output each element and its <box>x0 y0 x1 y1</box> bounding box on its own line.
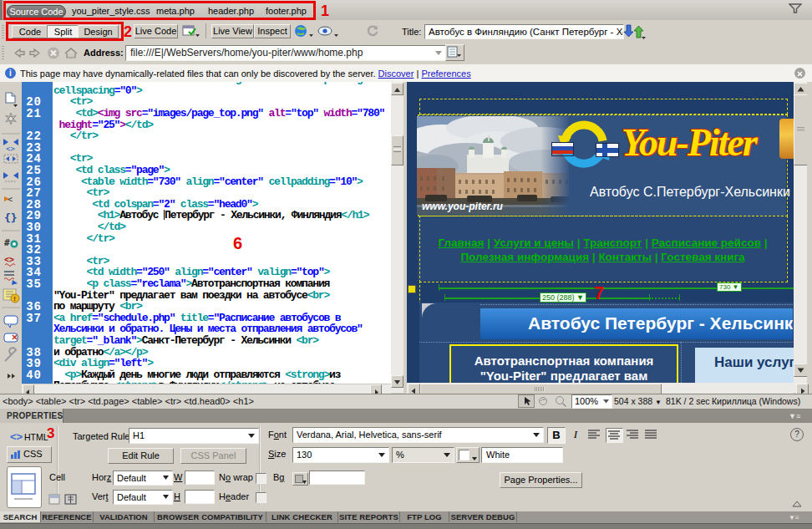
svg-text:You-Piter: You-Piter <box>622 121 759 164</box>
